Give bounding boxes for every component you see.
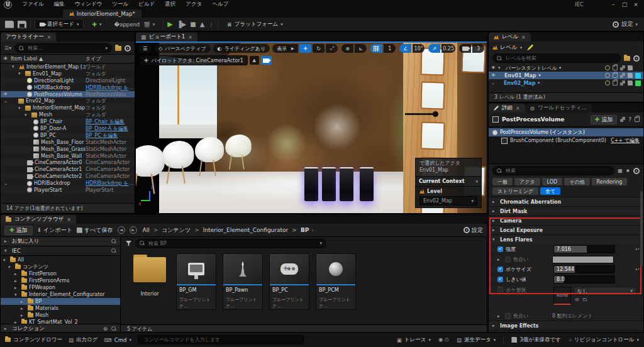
settings-dropdown[interactable]: 設定▾ [613, 20, 638, 28]
filter-icon[interactable]: ☰▾ [4, 45, 11, 51]
lock-icon[interactable] [613, 73, 618, 78]
reset-icon[interactable]: ↩ [635, 267, 641, 272]
menu-select[interactable]: 選択 [160, 1, 180, 8]
save-level-icon[interactable] [628, 65, 633, 70]
type-column[interactable]: タイプ [86, 55, 135, 62]
details-scrollbar[interactable] [640, 191, 643, 267]
grid-view-icon[interactable]: ▦ [618, 168, 623, 174]
tab-viewport[interactable]: ▦ビューポート1× [136, 33, 197, 41]
add-actor-dropdown[interactable]: ✚▾ [87, 19, 106, 29]
outliner-row[interactable]: ▾Env01_Mapフォルダ [1, 70, 135, 77]
bokeh-shape-thumbnail[interactable]: None [553, 287, 571, 305]
import-button[interactable]: ⬇インポート [37, 226, 72, 234]
outliner-row[interactable]: ▾InteriorElement_Mapフォルダ [1, 104, 135, 111]
cmd-dropdown[interactable]: ⌨ Cmd▾ [104, 337, 131, 343]
component-row-root[interactable]: PostProcessVolume (インスタンス) [489, 128, 643, 136]
menu-file[interactable]: ファイル [17, 1, 49, 8]
play-button[interactable]: ▶ [167, 21, 172, 28]
output-log-button[interactable]: ▤ 出力ログ [69, 336, 97, 344]
tree-firstperson[interactable]: ▸FirstPerson [1, 270, 120, 277]
grid-snap-toggle[interactable] [370, 44, 382, 53]
eject-button[interactable]: ▲ [200, 21, 205, 28]
chip-all[interactable]: 全て [540, 187, 560, 195]
asset-search[interactable]: ▾ [135, 239, 326, 248]
pilot-actor-label[interactable]: ✛ パイロットアクタ: CineCameraActor1 [140, 55, 248, 65]
tree-all[interactable]: ▾All [1, 256, 120, 263]
source-header[interactable]: ▾IEC [1, 246, 120, 256]
tree-mesh[interactable]: ▸Mesh [1, 312, 120, 319]
favorites-star-icon[interactable]: ★ [626, 168, 630, 174]
eye-column-icon[interactable]: 👁 [1, 56, 11, 62]
scale-snap-toggle[interactable]: ↗ [428, 44, 440, 53]
asset-search-input[interactable] [147, 240, 317, 247]
outliner-row[interactable]: BP_PCBP_PC を編集 [1, 132, 135, 139]
outliner-row[interactable]: Mesh_Base_GrassStaticMeshActor [1, 146, 135, 153]
chip-rendering[interactable]: Rendering [592, 178, 628, 185]
lighting-icon[interactable] [605, 73, 610, 78]
eye-icon[interactable]: 👁 [491, 73, 496, 78]
checkbox-checked[interactable]: ✓ [497, 246, 503, 252]
save-icon[interactable] [5, 21, 14, 28]
search-icon[interactable] [111, 239, 116, 244]
move-tool[interactable]: ✛ [299, 44, 311, 53]
eye-icon[interactable]: 👁 [491, 65, 496, 70]
details-search-input[interactable] [504, 167, 610, 174]
level-color-chip[interactable] [635, 80, 641, 86]
outliner-row[interactable]: DirectionalLightDirectionalLight [1, 77, 135, 84]
use-selected-icon[interactable]: ⊖ [575, 297, 579, 302]
outliner-row[interactable]: Mesh_Base_WallStaticMeshActor [1, 153, 135, 160]
chip-streaming[interactable]: ストリーミング [492, 187, 538, 195]
outliner-settings-icon[interactable] [125, 45, 131, 52]
window-close-button[interactable]: × [631, 1, 640, 8]
crumb-bp[interactable]: BP [291, 227, 310, 233]
blueprint-icon[interactable] [620, 80, 625, 85]
scale-tool[interactable]: ⤢ [326, 44, 338, 53]
cinematics-dropdown[interactable]: 🎬▾ [139, 19, 159, 29]
level-row-persistent[interactable]: 👁▾ パーシスタントレベル • [489, 64, 643, 72]
blueprint-icon[interactable] [620, 65, 625, 70]
close-icon[interactable]: × [47, 35, 52, 40]
rotate-tool[interactable]: ↻ [313, 44, 325, 53]
tree-content[interactable]: ▾コンテンツ [1, 263, 120, 270]
checkbox-unchecked[interactable] [497, 287, 503, 292]
outliner-row[interactable]: HDRIBackdropHDRIBackdrop を編集 [1, 84, 135, 91]
outliner-row[interactable]: CineCameraActor1CineCameraActor [1, 166, 135, 173]
tree-materials[interactable]: ▸Materials [1, 305, 120, 312]
section-local-exposure[interactable]: ▸Local Exposure [489, 225, 643, 234]
lock-icon[interactable] [635, 117, 640, 122]
close-icon[interactable]: × [188, 35, 192, 40]
camera-view-toggle[interactable] [261, 56, 272, 65]
levels-search-input[interactable] [504, 55, 616, 62]
levels-search[interactable] [492, 53, 621, 63]
favorites-header[interactable]: ▸お気に入り [1, 237, 120, 246]
outliner-row[interactable]: BP_Door-ABP_Door-A を編集 [1, 125, 135, 132]
back-icon[interactable]: ◄ [118, 226, 125, 234]
perspective-dropdown[interactable]: ◇パースペクティブ [154, 44, 210, 53]
play-options-icon[interactable]: ⋮ [208, 21, 214, 28]
outliner-row[interactable]: CineCameraActor0CineCameraActor [1, 159, 135, 166]
platforms-dropdown[interactable]: 🖥プラットフォーム▾ [222, 19, 287, 29]
levels-dropdown[interactable]: レベル▾ [492, 43, 522, 52]
blueprint-icon[interactable] [620, 73, 625, 78]
outliner-row[interactable]: Mesh_Base_FloorStaticMeshActor [1, 139, 135, 146]
component-row-brush[interactable]: BrushComponent (BrushComponent0) C++ で編集 [489, 136, 643, 145]
select-tool[interactable]: ➤ [286, 44, 298, 53]
menu-build[interactable]: ビルド [133, 1, 160, 8]
tree-fpweapon[interactable]: ▸FPWeapon [1, 284, 120, 291]
chip-actor[interactable]: アクタ [514, 178, 540, 185]
lock-icon[interactable] [613, 65, 618, 70]
details-settings-icon[interactable] [633, 168, 640, 174]
frame-skip-button[interactable]: ▐▶ [177, 21, 186, 28]
asset-bp-pc[interactable]: BP_PC ブループリント ク... [269, 253, 309, 324]
eye-closed-icon[interactable]: ⌄ [491, 80, 495, 85]
world-local-toggle[interactable]: ⊕ [341, 44, 353, 53]
menu-window[interactable]: ウィンドウ [70, 1, 108, 8]
section-lens-flares[interactable]: ▾Lens Flares [489, 234, 643, 244]
tab-content-browser[interactable]: コンテンツブラウザ× [1, 215, 76, 224]
checkbox-checked[interactable]: ✓ [497, 277, 503, 282]
save-all-button[interactable]: すべて保存 [77, 226, 113, 234]
section-chromatic-aberration[interactable]: ▸Chromatic Aberration [489, 197, 643, 206]
viewport-options-button[interactable]: ☰ [138, 44, 152, 53]
save-level-icon[interactable] [628, 80, 633, 85]
tab-details[interactable]: 詳細× [489, 104, 525, 113]
